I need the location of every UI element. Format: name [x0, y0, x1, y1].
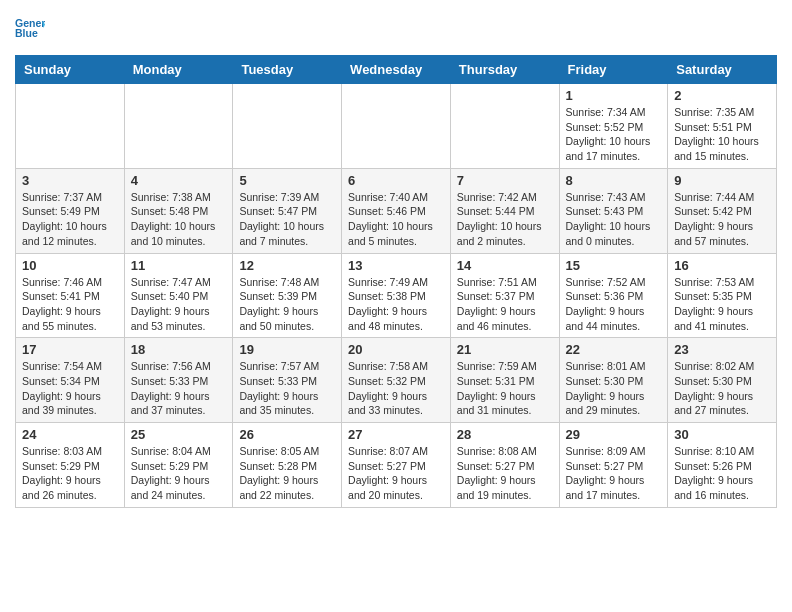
calendar-cell: 30Sunrise: 8:10 AM Sunset: 5:26 PM Dayli… — [668, 423, 777, 508]
day-info: Sunrise: 8:04 AM Sunset: 5:29 PM Dayligh… — [131, 444, 227, 503]
calendar-cell: 4Sunrise: 7:38 AM Sunset: 5:48 PM Daylig… — [124, 168, 233, 253]
weekday-header: Monday — [124, 56, 233, 84]
calendar-cell: 9Sunrise: 7:44 AM Sunset: 5:42 PM Daylig… — [668, 168, 777, 253]
day-number: 29 — [566, 427, 662, 442]
calendar-cell: 25Sunrise: 8:04 AM Sunset: 5:29 PM Dayli… — [124, 423, 233, 508]
calendar-cell: 12Sunrise: 7:48 AM Sunset: 5:39 PM Dayli… — [233, 253, 342, 338]
calendar-week-row: 3Sunrise: 7:37 AM Sunset: 5:49 PM Daylig… — [16, 168, 777, 253]
day-info: Sunrise: 8:03 AM Sunset: 5:29 PM Dayligh… — [22, 444, 118, 503]
day-info: Sunrise: 7:44 AM Sunset: 5:42 PM Dayligh… — [674, 190, 770, 249]
calendar-cell: 6Sunrise: 7:40 AM Sunset: 5:46 PM Daylig… — [342, 168, 451, 253]
calendar-cell: 15Sunrise: 7:52 AM Sunset: 5:36 PM Dayli… — [559, 253, 668, 338]
calendar-cell: 14Sunrise: 7:51 AM Sunset: 5:37 PM Dayli… — [450, 253, 559, 338]
day-number: 30 — [674, 427, 770, 442]
day-number: 12 — [239, 258, 335, 273]
day-number: 15 — [566, 258, 662, 273]
day-info: Sunrise: 7:49 AM Sunset: 5:38 PM Dayligh… — [348, 275, 444, 334]
day-info: Sunrise: 8:07 AM Sunset: 5:27 PM Dayligh… — [348, 444, 444, 503]
day-number: 6 — [348, 173, 444, 188]
day-info: Sunrise: 7:54 AM Sunset: 5:34 PM Dayligh… — [22, 359, 118, 418]
calendar-body: 1Sunrise: 7:34 AM Sunset: 5:52 PM Daylig… — [16, 84, 777, 508]
day-number: 18 — [131, 342, 227, 357]
calendar-cell: 21Sunrise: 7:59 AM Sunset: 5:31 PM Dayli… — [450, 338, 559, 423]
day-number: 22 — [566, 342, 662, 357]
day-number: 2 — [674, 88, 770, 103]
day-number: 23 — [674, 342, 770, 357]
calendar-cell: 8Sunrise: 7:43 AM Sunset: 5:43 PM Daylig… — [559, 168, 668, 253]
day-number: 17 — [22, 342, 118, 357]
day-info: Sunrise: 7:51 AM Sunset: 5:37 PM Dayligh… — [457, 275, 553, 334]
day-info: Sunrise: 7:43 AM Sunset: 5:43 PM Dayligh… — [566, 190, 662, 249]
calendar-cell: 24Sunrise: 8:03 AM Sunset: 5:29 PM Dayli… — [16, 423, 125, 508]
day-info: Sunrise: 8:10 AM Sunset: 5:26 PM Dayligh… — [674, 444, 770, 503]
day-info: Sunrise: 8:05 AM Sunset: 5:28 PM Dayligh… — [239, 444, 335, 503]
day-number: 7 — [457, 173, 553, 188]
day-number: 21 — [457, 342, 553, 357]
calendar-cell: 28Sunrise: 8:08 AM Sunset: 5:27 PM Dayli… — [450, 423, 559, 508]
calendar-week-row: 24Sunrise: 8:03 AM Sunset: 5:29 PM Dayli… — [16, 423, 777, 508]
calendar-cell: 7Sunrise: 7:42 AM Sunset: 5:44 PM Daylig… — [450, 168, 559, 253]
calendar-cell: 27Sunrise: 8:07 AM Sunset: 5:27 PM Dayli… — [342, 423, 451, 508]
day-number: 3 — [22, 173, 118, 188]
day-info: Sunrise: 8:02 AM Sunset: 5:30 PM Dayligh… — [674, 359, 770, 418]
day-number: 27 — [348, 427, 444, 442]
day-number: 28 — [457, 427, 553, 442]
day-number: 24 — [22, 427, 118, 442]
day-info: Sunrise: 8:09 AM Sunset: 5:27 PM Dayligh… — [566, 444, 662, 503]
page-container: General Blue SundayMondayTuesdayWednesda… — [0, 0, 792, 518]
weekday-header: Sunday — [16, 56, 125, 84]
day-info: Sunrise: 7:42 AM Sunset: 5:44 PM Dayligh… — [457, 190, 553, 249]
day-info: Sunrise: 7:58 AM Sunset: 5:32 PM Dayligh… — [348, 359, 444, 418]
calendar-cell: 19Sunrise: 7:57 AM Sunset: 5:33 PM Dayli… — [233, 338, 342, 423]
day-info: Sunrise: 7:52 AM Sunset: 5:36 PM Dayligh… — [566, 275, 662, 334]
day-number: 11 — [131, 258, 227, 273]
logo: General Blue — [15, 15, 49, 45]
weekday-header: Saturday — [668, 56, 777, 84]
calendar-week-row: 1Sunrise: 7:34 AM Sunset: 5:52 PM Daylig… — [16, 84, 777, 169]
day-number: 26 — [239, 427, 335, 442]
calendar-cell: 16Sunrise: 7:53 AM Sunset: 5:35 PM Dayli… — [668, 253, 777, 338]
calendar-cell: 3Sunrise: 7:37 AM Sunset: 5:49 PM Daylig… — [16, 168, 125, 253]
calendar-cell: 1Sunrise: 7:34 AM Sunset: 5:52 PM Daylig… — [559, 84, 668, 169]
calendar-cell — [124, 84, 233, 169]
day-number: 14 — [457, 258, 553, 273]
day-number: 10 — [22, 258, 118, 273]
day-info: Sunrise: 7:53 AM Sunset: 5:35 PM Dayligh… — [674, 275, 770, 334]
day-number: 20 — [348, 342, 444, 357]
weekday-header: Wednesday — [342, 56, 451, 84]
page-header: General Blue — [15, 15, 777, 45]
day-info: Sunrise: 7:48 AM Sunset: 5:39 PM Dayligh… — [239, 275, 335, 334]
svg-text:Blue: Blue — [15, 27, 38, 39]
day-info: Sunrise: 7:40 AM Sunset: 5:46 PM Dayligh… — [348, 190, 444, 249]
calendar-cell: 13Sunrise: 7:49 AM Sunset: 5:38 PM Dayli… — [342, 253, 451, 338]
day-info: Sunrise: 7:57 AM Sunset: 5:33 PM Dayligh… — [239, 359, 335, 418]
day-info: Sunrise: 7:35 AM Sunset: 5:51 PM Dayligh… — [674, 105, 770, 164]
day-number: 16 — [674, 258, 770, 273]
logo-icon: General Blue — [15, 13, 45, 43]
day-info: Sunrise: 7:59 AM Sunset: 5:31 PM Dayligh… — [457, 359, 553, 418]
calendar-cell: 2Sunrise: 7:35 AM Sunset: 5:51 PM Daylig… — [668, 84, 777, 169]
day-number: 4 — [131, 173, 227, 188]
day-number: 13 — [348, 258, 444, 273]
calendar-cell: 17Sunrise: 7:54 AM Sunset: 5:34 PM Dayli… — [16, 338, 125, 423]
day-number: 5 — [239, 173, 335, 188]
calendar-cell: 23Sunrise: 8:02 AM Sunset: 5:30 PM Dayli… — [668, 338, 777, 423]
day-number: 9 — [674, 173, 770, 188]
day-number: 1 — [566, 88, 662, 103]
calendar-cell — [16, 84, 125, 169]
day-info: Sunrise: 7:56 AM Sunset: 5:33 PM Dayligh… — [131, 359, 227, 418]
calendar-week-row: 10Sunrise: 7:46 AM Sunset: 5:41 PM Dayli… — [16, 253, 777, 338]
calendar-cell: 22Sunrise: 8:01 AM Sunset: 5:30 PM Dayli… — [559, 338, 668, 423]
calendar-cell: 18Sunrise: 7:56 AM Sunset: 5:33 PM Dayli… — [124, 338, 233, 423]
calendar-week-row: 17Sunrise: 7:54 AM Sunset: 5:34 PM Dayli… — [16, 338, 777, 423]
day-info: Sunrise: 7:37 AM Sunset: 5:49 PM Dayligh… — [22, 190, 118, 249]
calendar-cell — [342, 84, 451, 169]
weekday-row: SundayMondayTuesdayWednesdayThursdayFrid… — [16, 56, 777, 84]
calendar-cell: 11Sunrise: 7:47 AM Sunset: 5:40 PM Dayli… — [124, 253, 233, 338]
day-info: Sunrise: 7:34 AM Sunset: 5:52 PM Dayligh… — [566, 105, 662, 164]
day-info: Sunrise: 8:01 AM Sunset: 5:30 PM Dayligh… — [566, 359, 662, 418]
weekday-header: Tuesday — [233, 56, 342, 84]
day-info: Sunrise: 7:47 AM Sunset: 5:40 PM Dayligh… — [131, 275, 227, 334]
weekday-header: Friday — [559, 56, 668, 84]
day-number: 8 — [566, 173, 662, 188]
